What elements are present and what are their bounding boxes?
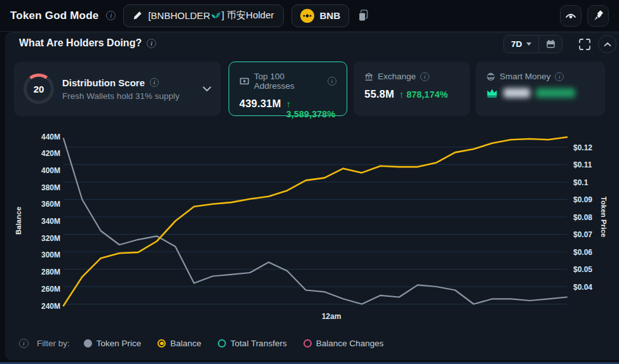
bnb-logo-icon: [300, 9, 314, 23]
bank-icon: [364, 72, 373, 81]
smart-money-title: Smart Money: [500, 72, 550, 81]
money-icon: [239, 77, 250, 85]
token-selector-pill[interactable]: [BNBHOLDER ] 币安Holder: [123, 4, 283, 27]
section-info-icon[interactable]: i: [147, 39, 156, 48]
chart-legend: i Filter by: Token Price Balance Total T…: [19, 339, 383, 348]
range-value: 7D: [511, 39, 522, 49]
smart-money-value-blurred: [503, 88, 530, 98]
token-name-suffix: ] 币安Holder: [222, 10, 274, 22]
pin-button[interactable]: [587, 5, 609, 27]
balance-marker-icon: [157, 339, 166, 348]
holders-panel: What Are Holders Doing? i 7D: [5, 32, 619, 360]
legend-item-balance[interactable]: Balance: [157, 339, 201, 348]
info-icon[interactable]: i: [555, 72, 564, 81]
token-name: [BNBHOLDER ] 币安Holder: [148, 10, 274, 22]
exchange-change: ↑ 878,174%: [399, 89, 448, 100]
pencil-icon: [133, 11, 142, 20]
legend-item-label: Balance Changes: [316, 339, 384, 348]
token-price-marker-icon: [84, 339, 92, 348]
token-name-prefix: [BNBHOLDER: [148, 10, 210, 21]
info-icon[interactable]: i: [106, 11, 116, 20]
chain-label: BNB: [320, 10, 341, 21]
top-bar: Token God Mode i [BNBHOLDER ] 币安Holder B…: [0, 0, 619, 32]
calendar-button[interactable]: [539, 36, 562, 53]
distribution-score-card[interactable]: 20 Distribution Score i Fresh Wallets ho…: [14, 62, 221, 116]
smart-money-icon: [486, 72, 495, 81]
crown-icon: [486, 88, 498, 98]
distribution-score-gauge: 20: [23, 74, 54, 104]
time-range-group: 7D: [503, 35, 562, 53]
watch-eye-button[interactable]: [560, 5, 582, 27]
legend-item-label: Total Transfers: [230, 339, 287, 348]
legend-item-balance-changes[interactable]: Balance Changes: [303, 339, 384, 348]
chevron-down-icon[interactable]: [203, 83, 211, 94]
exchange-value: 55.8M: [364, 88, 394, 100]
info-icon[interactable]: i: [150, 78, 159, 87]
distribution-score-subtitle: Fresh Wallets hold 31% supply: [62, 91, 194, 101]
range-dropdown[interactable]: 7D: [504, 36, 538, 53]
distribution-score-title: Distribution Score: [62, 77, 145, 88]
top100-addresses-card[interactable]: Top 100 Addresses i 439.31M ↑ 3,589,378%: [229, 62, 347, 116]
balance-changes-marker-icon: [303, 339, 312, 348]
legend-item-total-transfers[interactable]: Total Transfers: [218, 339, 287, 348]
fullscreen-button[interactable]: [575, 34, 595, 54]
info-icon[interactable]: i: [19, 339, 29, 348]
top100-value: 439.31M: [239, 98, 281, 110]
legend-item-label: Balance: [170, 339, 201, 348]
total-transfers-marker-icon: [218, 339, 226, 348]
exchange-title: Exchange: [378, 72, 416, 81]
top100-title: Top 100 Addresses: [254, 72, 323, 91]
copy-address-button[interactable]: [358, 10, 369, 22]
legend-label: Filter by:: [37, 339, 70, 348]
chevron-down-icon: [526, 42, 531, 46]
smart-money-card[interactable]: Smart Money i: [476, 62, 605, 116]
smart-money-change-blurred: [536, 88, 575, 98]
chain-pill[interactable]: BNB: [291, 4, 350, 27]
collapse-panel-button[interactable]: [598, 35, 616, 53]
info-icon[interactable]: i: [420, 72, 429, 81]
legend-item-token-price[interactable]: Token Price: [84, 339, 142, 348]
info-icon[interactable]: i: [328, 77, 336, 86]
exchange-card[interactable]: Exchange i 55.8M ↑ 878,174%: [354, 62, 470, 116]
section-title: What Are Holders Doing?: [19, 37, 142, 49]
top100-change: ↑ 3,589,378%: [286, 99, 336, 119]
distribution-score-value: 20: [27, 77, 51, 101]
app-title: Token God Mode: [10, 10, 98, 22]
legend-item-label: Token Price: [97, 339, 142, 348]
token-leaf-icon: [211, 10, 221, 22]
